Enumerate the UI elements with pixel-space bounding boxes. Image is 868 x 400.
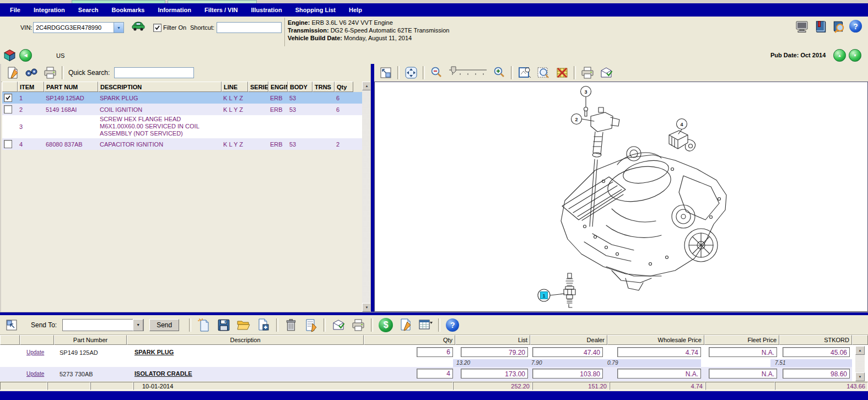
delete-item-icon[interactable] xyxy=(284,318,298,332)
send-to-arrow-icon[interactable]: ▼ xyxy=(133,319,143,331)
col-fleet[interactable]: Fleet Price xyxy=(704,335,779,345)
print-illustration-icon[interactable] xyxy=(580,66,595,80)
columns-config-icon[interactable] xyxy=(418,318,433,332)
prev-illustration-button[interactable]: ▲ xyxy=(833,49,846,62)
callout-3[interactable]: 3 xyxy=(581,87,591,97)
col-serie[interactable]: SERIE xyxy=(248,82,268,92)
qty-input[interactable] xyxy=(417,369,453,379)
print-parts-icon[interactable] xyxy=(43,66,57,80)
pan-icon[interactable] xyxy=(404,66,418,80)
edit-list-icon[interactable] xyxy=(304,318,318,332)
menu-filters-vin[interactable]: Filters / VIN xyxy=(204,7,238,13)
save-list-icon[interactable] xyxy=(217,318,231,332)
zoom-region-icon[interactable] xyxy=(536,66,551,80)
help-list-icon[interactable]: ? xyxy=(446,318,459,332)
validate-list-icon[interactable] xyxy=(331,318,346,332)
menu-search[interactable]: Search xyxy=(78,7,99,13)
menu-bookmarks[interactable]: Bookmarks xyxy=(112,7,145,13)
vin-combobox[interactable]: 2C4RDGCG3ER478990 ▼ xyxy=(33,22,124,33)
validate-illustration-icon[interactable] xyxy=(599,66,613,80)
edit-note-icon[interactable] xyxy=(6,66,20,80)
add-to-list-icon[interactable] xyxy=(256,318,271,332)
menu-illustration[interactable]: Illustration xyxy=(251,7,282,13)
back-button[interactable]: ◀ xyxy=(19,49,32,62)
book-search-icon[interactable] xyxy=(832,20,845,34)
illustration-canvas[interactable]: 3 2 4 xyxy=(374,82,868,312)
scroll-down-icon[interactable]: ▼ xyxy=(855,372,865,381)
menu-integration[interactable]: Integration xyxy=(34,7,65,13)
parts-list-panel: Quick Search: ITEM PART NUM DESCRIPTION … xyxy=(0,64,370,312)
scroll-track[interactable] xyxy=(855,355,865,372)
shortcut-input[interactable] xyxy=(217,22,282,33)
parts-row-2[interactable]: 2 5149 168AI COIL IGNITION K L Y Z ERB 5… xyxy=(2,104,362,115)
parts-table-header: ITEM PART NUM DESCRIPTION LINE SERIE ENG… xyxy=(2,82,362,92)
new-list-icon[interactable] xyxy=(197,318,211,332)
col-checkbox[interactable] xyxy=(2,82,18,92)
scroll-up-icon[interactable]: ▲ xyxy=(855,346,865,355)
divider xyxy=(511,66,513,79)
divider xyxy=(276,318,278,332)
col-qty[interactable]: Qty xyxy=(335,82,353,92)
zoom-in-icon[interactable] xyxy=(492,66,506,80)
parts-row-1[interactable]: 1 SP149 125AD SPARK PLUG K L Y Z ERB 53 … xyxy=(2,92,362,104)
col-part-number[interactable]: Part Number xyxy=(54,335,127,345)
quick-search-input[interactable] xyxy=(114,67,194,78)
col-engin[interactable]: ENGIN xyxy=(268,82,288,92)
callout-4[interactable]: 4 xyxy=(677,119,687,129)
col-line[interactable]: LINE xyxy=(222,82,248,92)
row-checkbox-checked[interactable] xyxy=(4,94,12,102)
callout-1-selected[interactable]: 1 xyxy=(538,289,550,301)
print-list-icon[interactable] xyxy=(351,318,365,332)
col-body[interactable]: BODY xyxy=(288,82,312,92)
order-part-description[interactable]: SPARK PLUG xyxy=(134,349,174,355)
help-icon[interactable]: ? xyxy=(849,20,862,33)
order-part-description[interactable]: ISOLATOR CRADLE xyxy=(134,370,192,377)
hide-callouts-icon[interactable] xyxy=(555,66,569,80)
col-wholesale[interactable]: Wholesale Price xyxy=(607,335,704,345)
resize-panel-icon[interactable] xyxy=(4,318,19,332)
parts-row-4[interactable]: 4 68080 837AB CAPACITOR IGNITION K L Y Z… xyxy=(2,138,362,150)
send-button[interactable]: Send xyxy=(149,319,179,331)
col-dealer[interactable]: Dealer xyxy=(530,335,607,345)
col-qty[interactable]: Qty xyxy=(364,335,455,345)
local-settings-icon[interactable] xyxy=(795,20,808,34)
col-description[interactable]: Description xyxy=(127,335,364,345)
order-row-2[interactable]: Update 5273 730AB ISOLATOR CRADLE 173.00… xyxy=(0,367,852,381)
qty-input[interactable] xyxy=(417,347,453,357)
menu-information[interactable]: Information xyxy=(158,7,191,13)
parts-row-3[interactable]: 3 SCREW HEX FLANGE HEAD M6X1.00X60.00 SE… xyxy=(2,115,362,138)
update-link[interactable]: Update xyxy=(26,349,44,355)
catalog-book-icon[interactable] xyxy=(814,20,827,34)
open-list-icon[interactable] xyxy=(236,318,251,332)
zoom-slider[interactable] xyxy=(448,66,488,80)
col-description[interactable]: DESCRIPTION xyxy=(98,82,222,92)
row-checkbox[interactable] xyxy=(4,140,12,148)
price-info-icon[interactable]: $ xyxy=(379,318,393,332)
find-binoculars-icon[interactable] xyxy=(24,66,39,80)
zoom-out-icon[interactable] xyxy=(429,66,444,80)
menu-file[interactable]: File xyxy=(10,7,20,13)
col-part-num[interactable]: PART NUM xyxy=(44,82,98,92)
next-illustration-button[interactable]: ▼ xyxy=(849,49,861,62)
col-trns[interactable]: TRNS xyxy=(312,82,335,92)
col-list[interactable]: List xyxy=(455,335,530,345)
fit-image-icon[interactable] xyxy=(379,66,393,80)
col-action[interactable] xyxy=(20,335,54,345)
order-scrollbar[interactable]: ▲ ▼ xyxy=(855,346,865,381)
vin-dropdown-arrow-icon[interactable]: ▼ xyxy=(114,23,123,33)
update-link[interactable]: Update xyxy=(26,371,44,377)
menu-bar: File Integration Search Bookmarks Inform… xyxy=(0,3,868,17)
row-checkbox[interactable] xyxy=(4,105,12,113)
col-stkord[interactable]: STKORD xyxy=(779,335,852,345)
col-item[interactable]: ITEM xyxy=(18,82,44,92)
menu-help[interactable]: Help xyxy=(349,7,362,13)
toggle-callouts-icon[interactable] xyxy=(517,66,532,80)
notes-icon[interactable] xyxy=(398,318,413,332)
filter-on-checkbox[interactable] xyxy=(153,24,161,32)
home-icon[interactable] xyxy=(3,49,16,62)
vehicle-car-icon[interactable] xyxy=(131,20,145,31)
send-to-dropdown[interactable]: ▼ xyxy=(62,319,144,331)
menu-shopping-list[interactable]: Shopping List xyxy=(295,7,336,13)
order-row-1[interactable]: Update SP149 125AD SPARK PLUG 79.20 47.4… xyxy=(0,346,852,359)
callout-2[interactable]: 2 xyxy=(572,114,582,125)
